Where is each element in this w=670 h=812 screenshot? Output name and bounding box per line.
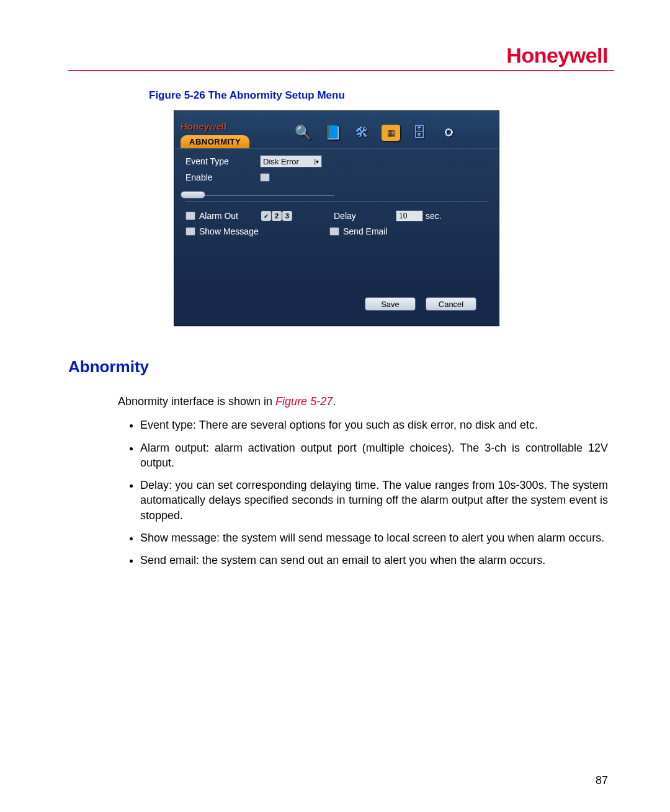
enable-label: Enable: [185, 172, 260, 182]
cancel-button[interactable]: Cancel: [426, 297, 476, 311]
shutdown-icon[interactable]: ⭘: [439, 122, 460, 143]
event-type-label: Event Type: [185, 156, 260, 166]
intro-line: Abnormity interface is shown in Figure 5…: [118, 394, 608, 409]
event-type-value: Disk Error: [263, 157, 299, 166]
dvr-tab-abnormity[interactable]: ABNORMITY: [181, 135, 249, 148]
send-email-checkbox[interactable]: [329, 227, 339, 236]
settings-icon[interactable]: 🛠: [352, 122, 373, 143]
alarm-out-3[interactable]: 3: [282, 211, 292, 221]
figure-caption: Figure 5-26 The Abnormity Setup Menu: [149, 89, 614, 102]
info-icon[interactable]: 📘: [322, 122, 343, 143]
alarm-out-checkbox[interactable]: [185, 212, 195, 220]
enable-checkbox[interactable]: [260, 173, 270, 182]
page-number: 87: [596, 774, 608, 787]
intro-suffix: .: [333, 395, 336, 408]
section-slider[interactable]: [185, 195, 334, 196]
section-heading: Abnormity: [68, 357, 614, 377]
dvr-window: Honeywell ABNORMITY 🔍 📘 🛠 ▦ 🗄 ⭘ Event Ty…: [174, 110, 499, 326]
show-message-label: Show Message: [199, 226, 329, 236]
alarm-out-1[interactable]: [261, 211, 271, 221]
bullet-item: Delay: you can set corresponding delayin…: [140, 478, 608, 523]
bullet-list: Event type: There are several options fo…: [140, 417, 608, 568]
search-icon[interactable]: 🔍: [292, 122, 313, 143]
dvr-brand: Honeywell: [181, 118, 274, 132]
body-text: Abnormity interface is shown in Figure 5…: [118, 394, 608, 568]
delay-input[interactable]: 10: [396, 210, 423, 221]
alarm-out-label: Alarm Out: [199, 211, 261, 221]
bullet-item: Event type: There are several options fo…: [140, 417, 608, 432]
advanced-icon[interactable]: ▦: [382, 125, 400, 141]
send-email-label: Send Email: [343, 226, 388, 236]
figure-reference: Figure 5-27: [275, 395, 333, 408]
intro-prefix: Abnormity interface is shown in: [118, 395, 275, 408]
separator: [185, 201, 488, 202]
figure-screenshot: Honeywell ABNORMITY 🔍 📘 🛠 ▦ 🗄 ⭘ Event Ty…: [174, 110, 502, 326]
backup-icon[interactable]: 🗄: [409, 122, 430, 143]
bullet-item: Send email: the system can send out an e…: [140, 553, 608, 568]
delay-unit: sec.: [426, 211, 442, 221]
bullet-item: Show message: the system will send messa…: [140, 530, 608, 545]
save-button[interactable]: Save: [365, 297, 416, 311]
dvr-header: Honeywell ABNORMITY 🔍 📘 🛠 ▦ 🗄 ⭘: [174, 111, 499, 148]
alarm-out-2[interactable]: 2: [272, 211, 282, 221]
header-rule: [68, 70, 614, 71]
bullet-item: Alarm output: alarm activation output po…: [140, 440, 608, 471]
delay-label: Delay: [334, 211, 371, 221]
dropdown-arrow-icon: |▾: [314, 158, 319, 165]
show-message-checkbox[interactable]: [185, 227, 195, 236]
event-type-select[interactable]: Disk Error |▾: [260, 155, 322, 167]
brand-logo: Honeywell: [68, 43, 614, 68]
slider-thumb[interactable]: [181, 191, 205, 199]
